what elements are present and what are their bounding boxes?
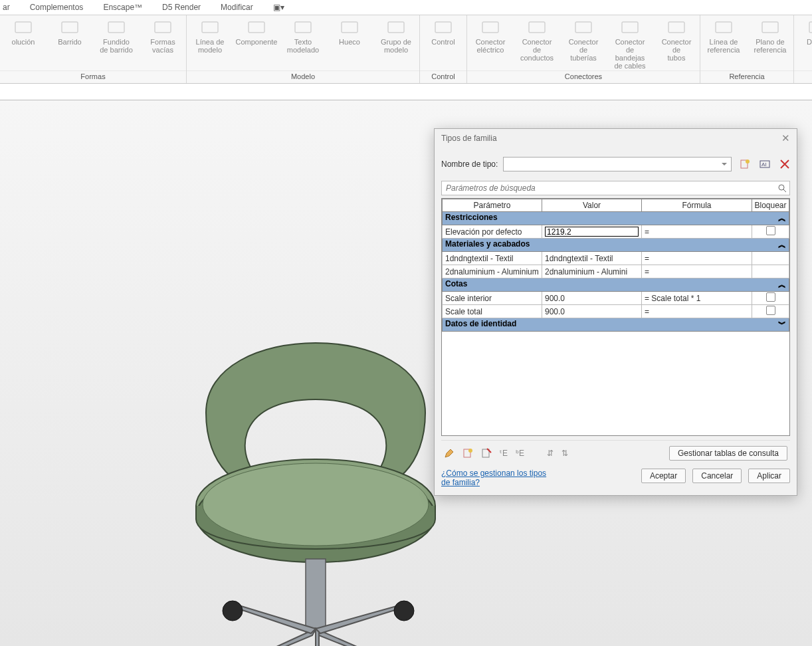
ribbon-label: Plano dereferencia: [754, 38, 787, 54]
value-cell[interactable]: 2dnaluminium - Alumini: [542, 265, 642, 278]
type-name-combo[interactable]: [503, 157, 732, 171]
svg-rect-12: [575, 22, 591, 33]
dialog-titlebar[interactable]: Tipos de familia ✕: [435, 129, 797, 148]
ribbon-label: Hueco: [339, 38, 360, 46]
lock-cell[interactable]: [752, 252, 789, 265]
tab-item[interactable]: ▣▾: [270, 1, 287, 13]
svg-rect-7: [342, 22, 357, 33]
param-row[interactable]: Elevación por defecto=: [443, 225, 789, 239]
formula-cell[interactable]: =: [642, 225, 752, 239]
ribbon-button[interactable]: Textomodelado: [280, 15, 326, 70]
tab-item[interactable]: Enscape™: [100, 1, 145, 13]
new-type-icon[interactable]: [740, 159, 750, 169]
ribbon-button[interactable]: Conectoreléctrico: [467, 15, 514, 70]
checkbox-icon[interactable]: [766, 306, 775, 315]
col-lock[interactable]: Bloquear: [752, 199, 789, 212]
ribbon-label: Grupo demodelo: [381, 38, 411, 54]
edit-param-icon[interactable]: [444, 448, 455, 459]
tab-item[interactable]: Complementos: [27, 1, 86, 13]
svg-rect-10: [482, 22, 498, 33]
param-row[interactable]: Scale interior900.0= Scale total * 1: [443, 292, 789, 305]
col-value[interactable]: Valor: [542, 199, 642, 212]
svg-point-27: [223, 601, 243, 621]
apply-button[interactable]: Aplicar: [748, 469, 790, 483]
lock-cell[interactable]: [752, 292, 789, 305]
param-row[interactable]: 1dndngtextil - Textil1dndngtextil - Text…: [443, 252, 789, 265]
svg-rect-1: [62, 22, 78, 33]
svg-rect-14: [668, 22, 684, 33]
group-row[interactable]: Cotas︽: [443, 278, 789, 292]
new-param-icon[interactable]: [462, 448, 473, 459]
formula-cell[interactable]: =: [642, 305, 752, 318]
value-cell[interactable]: 900.0: [542, 292, 642, 305]
sort-desc-icon[interactable]: ⇅: [561, 449, 568, 458]
formula-cell[interactable]: =: [642, 265, 752, 278]
search-icon[interactable]: [777, 183, 787, 193]
ribbon-button[interactable]: Plano dereferencia: [747, 15, 793, 70]
ribbon-icon: [339, 18, 360, 37]
close-icon[interactable]: ✕: [781, 132, 790, 144]
svg-rect-3: [155, 22, 171, 33]
delete-param-icon[interactable]: [481, 448, 492, 459]
formula-cell[interactable]: = Scale total * 1: [642, 292, 752, 305]
ribbon-button[interactable]: Conector deconductos: [514, 15, 560, 70]
svg-rect-8: [388, 22, 404, 33]
ribbon-button[interactable]: Conector debandejas de cables: [607, 15, 653, 70]
ribbon-button[interactable]: Línea demodelo: [187, 15, 233, 70]
lock-cell[interactable]: [752, 305, 789, 318]
value-input[interactable]: [545, 227, 639, 237]
param-row[interactable]: Scale total900.0=: [443, 305, 789, 318]
ok-button[interactable]: Aceptar: [641, 469, 686, 483]
param-cell[interactable]: Elevación por defecto: [443, 225, 542, 239]
delete-type-icon[interactable]: [779, 159, 790, 169]
lock-cell[interactable]: [752, 265, 789, 278]
ribbon-label: Conector debandejas de cables: [611, 38, 649, 70]
manage-lookup-tables-button[interactable]: Gestionar tablas de consulta: [669, 446, 787, 461]
ribbon-button[interactable]: Fundidode barrido: [93, 15, 140, 70]
checkbox-icon[interactable]: [766, 292, 775, 302]
tab-item[interactable]: D5 Render: [159, 1, 203, 13]
ribbon-label: Control: [431, 38, 455, 46]
ribbon-button[interactable]: Hueco: [326, 15, 373, 70]
search-input[interactable]: [445, 183, 777, 193]
ribbon-panel: ControlControl: [420, 15, 467, 83]
group-row[interactable]: Restricciones︽: [443, 212, 789, 225]
param-cell[interactable]: 1dndngtextil - Textil: [443, 252, 542, 265]
rename-type-icon[interactable]: AI: [760, 159, 770, 169]
group-row[interactable]: Materiales y acabados︽: [443, 239, 789, 252]
ribbon-button[interactable]: olución: [0, 15, 47, 70]
param-cell[interactable]: Scale interior: [443, 292, 542, 305]
cancel-button[interactable]: Cancelar: [692, 469, 742, 483]
svg-point-28: [394, 601, 414, 621]
ribbon-button[interactable]: Barrido: [47, 15, 93, 70]
move-down-icon[interactable]: ᵇE: [516, 449, 524, 458]
param-cell[interactable]: 2dnaluminium - Aluminium: [443, 265, 542, 278]
param-cell[interactable]: Scale total: [443, 305, 542, 318]
col-formula[interactable]: Fórmula: [642, 199, 752, 212]
ribbon-button[interactable]: Conector detuberías: [560, 15, 607, 70]
ribbon-button[interactable]: Conector detubos: [653, 15, 700, 70]
ribbon-button[interactable]: Definir: [794, 15, 812, 70]
svg-point-34: [779, 185, 784, 190]
move-up-icon[interactable]: ᵗE: [500, 449, 508, 458]
ribbon-label: Línea demodelo: [196, 38, 225, 54]
ribbon-button[interactable]: Grupo demodelo: [373, 15, 419, 70]
svg-rect-6: [295, 22, 311, 33]
ribbon-button[interactable]: Formasvacías: [140, 15, 186, 70]
ribbon-button[interactable]: Componente: [233, 15, 280, 70]
lock-cell[interactable]: [752, 225, 789, 239]
svg-rect-0: [15, 22, 31, 33]
param-row[interactable]: 2dnaluminium - Aluminium2dnaluminium - A…: [443, 265, 789, 278]
value-cell[interactable]: 1dndngtextil - Textil: [542, 252, 642, 265]
formula-cell[interactable]: =: [642, 252, 752, 265]
col-param[interactable]: Parámetro: [443, 199, 542, 212]
help-link[interactable]: ¿Cómo se gestionan los tipos de familia?: [441, 469, 548, 487]
checkbox-icon[interactable]: [766, 226, 775, 235]
ribbon-button[interactable]: Línea dereferencia: [700, 15, 747, 70]
group-row[interactable]: Datos de identidad︾: [443, 318, 789, 332]
ribbon-button[interactable]: Control: [420, 15, 466, 70]
sort-asc-icon[interactable]: ⇵: [547, 449, 554, 458]
tab-item[interactable]: ar: [0, 1, 13, 13]
value-cell[interactable]: 900.0: [542, 305, 642, 318]
tab-item[interactable]: Modificar: [218, 1, 256, 13]
